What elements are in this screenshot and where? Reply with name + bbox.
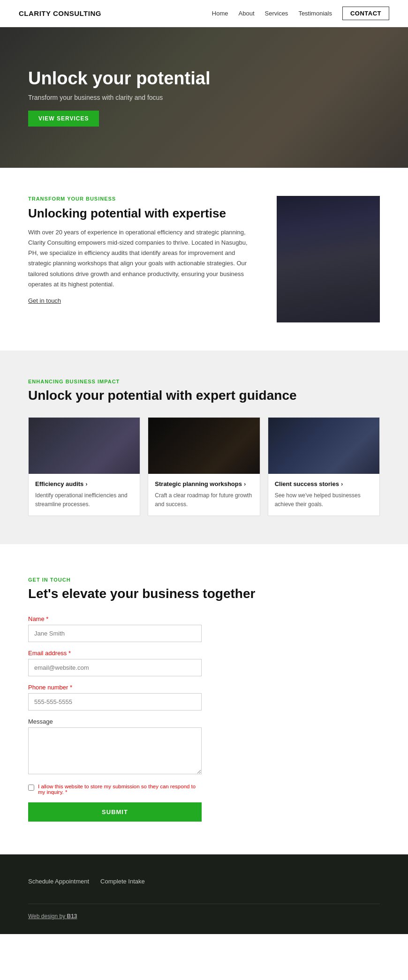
nav-home[interactable]: Home	[212, 10, 228, 17]
about-image	[277, 196, 380, 322]
contact-tag: GET IN TOUCH	[28, 577, 380, 583]
hero-heading: Unlock your potential	[28, 68, 210, 89]
footer: Schedule Appointment Complete Intake Web…	[0, 854, 408, 934]
about-section: TRANSFORM YOUR BUSINESS Unlocking potent…	[0, 168, 408, 351]
footer-links: Schedule Appointment Complete Intake	[28, 878, 380, 885]
hero-section: Unlock your potential Transform your bus…	[0, 27, 408, 168]
service-card-body-3: Client success stories › See how we've h…	[268, 474, 379, 516]
name-field-group: Name *	[28, 615, 380, 642]
phone-input[interactable]	[28, 693, 202, 711]
submit-button[interactable]: SUBMIT	[28, 802, 202, 822]
service-card-title-3[interactable]: Client success stories ›	[275, 480, 373, 487]
name-input[interactable]	[28, 625, 202, 642]
about-body: With over 20 years of experience in oper…	[28, 227, 258, 290]
footer-credit-link[interactable]: Web design by B13	[28, 913, 77, 920]
service-card-body-2: Strategic planning workshops › Craft a c…	[148, 474, 259, 516]
service-card-image-2	[148, 418, 259, 474]
service-card-body-1: Efficiency audits › Identify operational…	[29, 474, 140, 516]
navbar: CLARITY CONSULTING Home About Services T…	[0, 0, 408, 27]
nav-contact-button[interactable]: CONTACT	[342, 7, 389, 20]
consent-text: I allow this website to store my submiss…	[38, 784, 202, 795]
contact-section: GET IN TOUCH Let's elevate your business…	[0, 544, 408, 854]
site-logo: CLARITY CONSULTING	[19, 9, 101, 17]
service-card-1: Efficiency audits › Identify operational…	[28, 417, 140, 516]
consent-row: I allow this website to store my submiss…	[28, 784, 202, 795]
message-label: Message	[28, 718, 380, 725]
service-card-desc-2: Craft a clear roadmap for future growth …	[155, 491, 253, 509]
contact-heading: Let's elevate your business together	[28, 586, 380, 601]
services-heading: Unlock your potential with expert guidan…	[28, 388, 380, 403]
service-card-image-1	[29, 418, 140, 474]
about-tag: TRANSFORM YOUR BUSINESS	[28, 196, 258, 202]
service-card-desc-3: See how we've helped businesses achieve …	[275, 491, 373, 509]
nav-testimonials[interactable]: Testimonials	[298, 10, 332, 17]
about-text: TRANSFORM YOUR BUSINESS Unlocking potent…	[28, 196, 258, 305]
footer-bottom: Web design by B13	[28, 904, 380, 920]
phone-label: Phone number *	[28, 684, 380, 691]
hero-cta-button[interactable]: VIEW SERVICES	[28, 111, 99, 127]
services-section: ENHANCING BUSINESS IMPACT Unlock your po…	[0, 351, 408, 544]
service-card-title-2[interactable]: Strategic planning workshops ›	[155, 480, 253, 487]
about-image-inner	[277, 196, 380, 322]
contact-form: Name * Email address * Phone number * Me…	[28, 615, 380, 822]
hero-content: Unlock your potential Transform your bus…	[0, 68, 238, 127]
arrow-icon-3: ›	[341, 480, 343, 487]
arrow-icon-2: ›	[244, 480, 246, 487]
service-card-desc-1: Identify operational inefficiencies and …	[35, 491, 133, 509]
services-grid: Efficiency audits › Identify operational…	[28, 417, 380, 516]
message-textarea[interactable]	[28, 727, 202, 774]
about-heading: Unlocking potential with expertise	[28, 206, 258, 221]
nav-services[interactable]: Services	[265, 10, 288, 17]
nav-about[interactable]: About	[239, 10, 255, 17]
message-field-group: Message	[28, 718, 380, 776]
arrow-icon-1: ›	[85, 480, 87, 487]
consent-checkbox[interactable]	[28, 785, 34, 791]
about-link[interactable]: Get in touch	[28, 297, 61, 304]
service-card-title-1[interactable]: Efficiency audits ›	[35, 480, 133, 487]
footer-link-schedule[interactable]: Schedule Appointment	[28, 878, 89, 885]
name-label: Name *	[28, 615, 380, 622]
phone-field-group: Phone number *	[28, 684, 380, 711]
service-card-3: Client success stories › See how we've h…	[268, 417, 380, 516]
email-label: Email address *	[28, 650, 380, 657]
email-input[interactable]	[28, 659, 202, 676]
footer-link-intake[interactable]: Complete Intake	[100, 878, 145, 885]
services-tag: ENHANCING BUSINESS IMPACT	[28, 379, 380, 384]
nav-links: Home About Services Testimonials CONTACT	[212, 7, 389, 20]
service-card-image-3	[268, 418, 379, 474]
service-card-2: Strategic planning workshops › Craft a c…	[148, 417, 260, 516]
hero-subheading: Transform your business with clarity and…	[28, 94, 210, 101]
email-field-group: Email address *	[28, 650, 380, 676]
